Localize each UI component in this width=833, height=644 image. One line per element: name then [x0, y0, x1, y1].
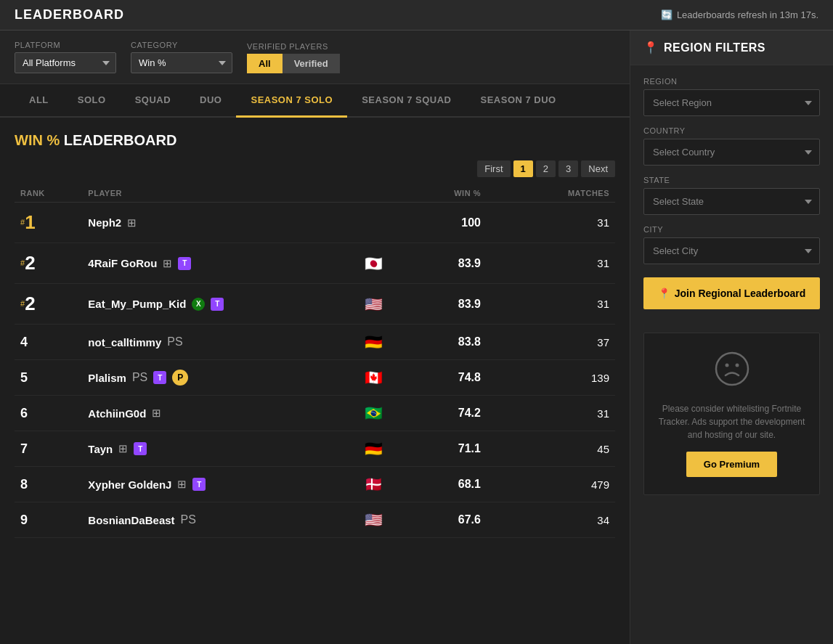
win-pct-cell: 71.1 [415, 431, 487, 467]
tab-all[interactable]: ALL [15, 84, 63, 118]
ps-icon: PS [181, 513, 196, 526]
join-regional-button[interactable]: 📍 Join Regional Leaderboard [643, 277, 820, 309]
pin-icon-btn: 📍 [658, 288, 670, 299]
state-group: STATE Select State [643, 176, 820, 215]
flag-cell [359, 203, 415, 243]
tab-squad[interactable]: SQUAD [121, 84, 185, 118]
first-page-button[interactable]: First [477, 160, 510, 177]
verified-label: VERIFIED PLAYERS [247, 42, 340, 51]
flag-cell: 🇺🇸 [359, 284, 415, 325]
verified-button[interactable]: Verified [283, 54, 340, 73]
page-2-button[interactable]: 2 [536, 160, 556, 177]
country-flag: 🇨🇦 [365, 370, 383, 386]
tab-solo[interactable]: SOLO [63, 84, 121, 118]
flag-cell: 🇧🇷 [359, 396, 415, 431]
rank-cell: #2 [15, 284, 82, 325]
page-3-button[interactable]: 3 [558, 160, 578, 177]
city-group: CITY Select City [643, 225, 820, 264]
region-select[interactable]: Select Region [643, 89, 820, 116]
flag-cell: 🇺🇸 [359, 502, 415, 538]
sad-face-icon [656, 351, 808, 394]
player-name[interactable]: 4RaiF GoRou [88, 257, 157, 269]
player-name[interactable]: Xypher GoldenJ [88, 478, 171, 491]
player-cell: not_calltimmy PS [82, 325, 359, 360]
platform-select[interactable]: All Platforms [15, 52, 116, 73]
rank-cell: 4 [15, 325, 82, 360]
matches-cell: 31 [516, 243, 615, 284]
verified-filter-group: VERIFIED PLAYERS All Verified [247, 42, 340, 73]
category-filter-group: CATEGORY Win % [131, 41, 232, 73]
svg-point-2 [735, 364, 739, 367]
next-page-button[interactable]: Next [581, 160, 615, 177]
matches-cell: 37 [516, 325, 615, 360]
player-name[interactable]: Plalism [88, 372, 126, 384]
player-cell: 4RaiF GoRou ⊞ T [82, 243, 359, 284]
col-winpct: WIN % [415, 184, 487, 203]
leaderboard-section: WIN % LEADERBOARD First 1 2 3 Next RANK … [0, 118, 630, 553]
twitch-icon: T [153, 371, 166, 384]
verified-buttons: All Verified [247, 54, 340, 73]
matches-cell: 31 [516, 396, 615, 431]
matches-cell: 45 [516, 431, 615, 467]
page-1-button[interactable]: 1 [513, 160, 533, 177]
main-layout: PLATFORM All Platforms CATEGORY Win % VE… [0, 30, 833, 644]
tab-season7duo[interactable]: SEASON 7 DUO [466, 84, 570, 118]
state-select[interactable]: Select State [643, 188, 820, 215]
leaderboard-table: RANK PLAYER WIN % MATCHES #1 Neph2 ⊞ 100… [15, 184, 615, 538]
lb-title-rest: LEADERBOARD [60, 132, 176, 148]
table-row: 5 Plalism PS T P 🇨🇦74.8139 [15, 360, 615, 396]
rank-cell: #2 [15, 243, 82, 284]
ad-text: Please consider whitelisting Fortnite Tr… [656, 402, 808, 441]
player-name[interactable]: Tayn [88, 443, 113, 455]
refresh-icon: 🔄 [661, 9, 673, 20]
player-name[interactable]: not_calltimmy [88, 336, 161, 349]
lb-title-highlight: WIN % [15, 132, 60, 148]
region-group: REGION Select Region [643, 77, 820, 116]
table-row: 9 BosnianDaBeast PS 🇺🇸67.634 [15, 502, 615, 538]
city-label: CITY [643, 225, 820, 234]
tab-duo[interactable]: DUO [185, 84, 236, 118]
player-name[interactable]: AtchiinG0d [88, 407, 146, 420]
flag-cell: 🇨🇦 [359, 360, 415, 396]
matches-cell: 479 [516, 467, 615, 502]
go-premium-button[interactable]: Go Premium [686, 452, 777, 477]
rank-cell: 8 [15, 467, 82, 502]
win-pct-cell: 83.8 [415, 325, 487, 360]
country-label: COUNTRY [643, 126, 820, 135]
matches-cell: 34 [516, 502, 615, 538]
premium-icon: P [172, 370, 188, 386]
city-select[interactable]: Select City [643, 237, 820, 264]
win-pct-cell: 74.8 [415, 360, 487, 396]
windows-icon: ⊞ [177, 478, 187, 491]
win-pct-cell: 83.9 [415, 284, 487, 325]
category-select[interactable]: Win % [131, 52, 232, 73]
player-cell: Plalism PS T P [82, 360, 359, 396]
player-name[interactable]: BosnianDaBeast [88, 514, 174, 526]
region-filters-header: 📍 REGION FILTERS [630, 30, 833, 65]
left-content: PLATFORM All Platforms CATEGORY Win % VE… [0, 30, 630, 644]
country-select[interactable]: Select Country [643, 139, 820, 166]
player-name[interactable]: Eat_My_Pump_Kid [88, 298, 186, 310]
table-row: 8 Xypher GoldenJ ⊞ T 🇩🇰68.1479 [15, 467, 615, 502]
right-sidebar: 📍 REGION FILTERS REGION Select Region CO… [630, 30, 833, 644]
table-row: #2 Eat_My_Pump_Kid X T 🇺🇸83.931 [15, 284, 615, 325]
player-cell: Neph2 ⊞ [82, 203, 359, 243]
table-row: 4 not_calltimmy PS 🇩🇪83.837 [15, 325, 615, 360]
player-cell: Eat_My_Pump_Kid X T [82, 284, 359, 325]
win-pct-cell: 67.6 [415, 502, 487, 538]
refresh-text: Leaderboards refresh in 13m 17s. [677, 9, 818, 20]
win-pct-cell: 68.1 [415, 467, 487, 502]
flag-cell: 🇩🇰 [359, 467, 415, 502]
xbox-icon: X [192, 298, 205, 311]
tab-season7squad[interactable]: SEASON 7 SQUAD [347, 84, 466, 118]
rank-cell: #1 [15, 203, 82, 243]
platform-filter-group: PLATFORM All Platforms [15, 41, 116, 73]
all-button[interactable]: All [247, 54, 283, 73]
region-label: REGION [643, 77, 820, 86]
tab-season7solo[interactable]: SEASON 7 SOLO [236, 84, 347, 118]
state-label: STATE [643, 176, 820, 184]
player-cell: Tayn ⊞ T [82, 431, 359, 467]
twitch-icon: T [178, 257, 191, 270]
svg-point-0 [716, 353, 748, 385]
player-name[interactable]: Neph2 [88, 216, 121, 229]
